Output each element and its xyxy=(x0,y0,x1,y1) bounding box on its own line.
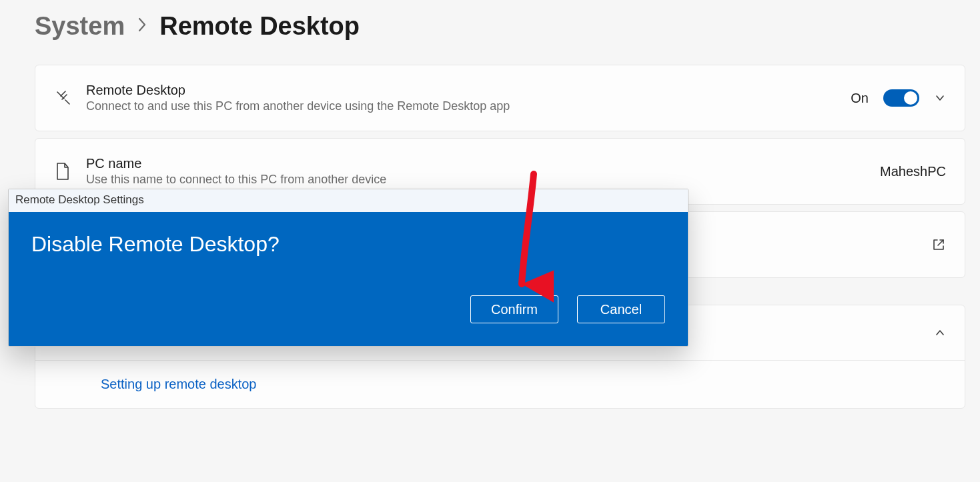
card-description: Use this name to connect to this PC from… xyxy=(86,173,880,187)
remote-desktop-card[interactable]: Remote Desktop Connect to and use this P… xyxy=(35,65,965,131)
help-link-row: Setting up remote desktop xyxy=(35,361,965,408)
document-icon xyxy=(54,161,86,181)
dialog-titlebar: Remote Desktop Settings xyxy=(9,189,688,212)
expand-chevron-icon[interactable] xyxy=(934,92,946,104)
pc-name-value: MaheshPC xyxy=(880,164,946,179)
open-external-icon[interactable] xyxy=(931,237,946,252)
help-link-setting-up[interactable]: Setting up remote desktop xyxy=(101,377,256,391)
card-description: Connect to and use this PC from another … xyxy=(86,99,851,113)
confirm-dialog: Remote Desktop Settings Disable Remote D… xyxy=(8,189,688,347)
breadcrumb: System Remote Desktop xyxy=(0,0,980,65)
breadcrumb-parent[interactable]: System xyxy=(35,12,125,41)
chevron-right-icon xyxy=(137,16,147,37)
pc-name-text: PC name Use this name to connect to this… xyxy=(86,156,880,187)
collapse-chevron-icon[interactable] xyxy=(934,327,946,339)
breadcrumb-current: Remote Desktop xyxy=(159,12,360,41)
card-title: Remote Desktop xyxy=(86,83,851,98)
toggle-state-label: On xyxy=(851,91,869,106)
cancel-button[interactable]: Cancel xyxy=(577,295,665,323)
remote-desktop-icon xyxy=(54,89,86,107)
confirm-button[interactable]: Confirm xyxy=(470,295,558,323)
remote-desktop-toggle[interactable] xyxy=(883,89,919,107)
dialog-heading: Disable Remote Desktop? xyxy=(31,232,665,257)
remote-desktop-text: Remote Desktop Connect to and use this P… xyxy=(86,83,851,113)
card-title: PC name xyxy=(86,156,880,171)
